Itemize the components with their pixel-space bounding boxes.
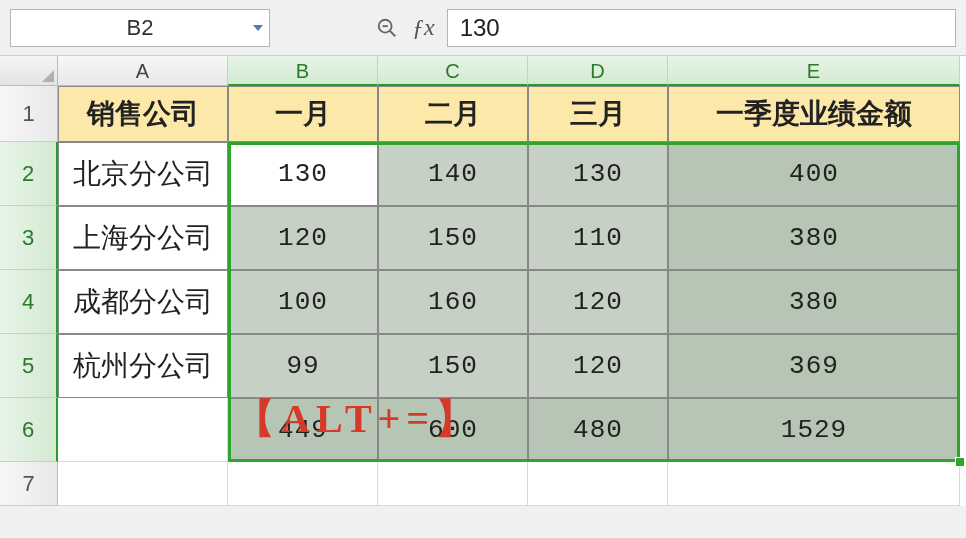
cell-E1[interactable]: 一季度业绩金额 [668, 86, 960, 142]
cell-B7[interactable] [228, 462, 378, 506]
cell-B3[interactable]: 120 [228, 206, 378, 270]
svg-line-1 [390, 30, 396, 36]
cell-C5[interactable]: 150 [378, 334, 528, 398]
chevron-down-icon[interactable] [253, 25, 263, 31]
formula-input[interactable]: 130 [447, 9, 956, 47]
cell-E2[interactable]: 400 [668, 142, 960, 206]
cell-D6[interactable]: 480 [528, 398, 668, 462]
cell-E7[interactable] [668, 462, 960, 506]
row-header-5[interactable]: 5 [0, 334, 58, 398]
cell-D5[interactable]: 120 [528, 334, 668, 398]
col-header-C[interactable]: C [378, 56, 528, 86]
cell-reference: B2 [127, 15, 154, 41]
cell-C2[interactable]: 140 [378, 142, 528, 206]
cell-C4[interactable]: 160 [378, 270, 528, 334]
cell-A3[interactable]: 上海分公司 [58, 206, 228, 270]
row-header-2[interactable]: 2 [0, 142, 58, 206]
row-header-1[interactable]: 1 [0, 86, 58, 142]
cell-E6[interactable]: 1529 [668, 398, 960, 462]
col-header-B[interactable]: B [228, 56, 378, 86]
cell-B1[interactable]: 一月 [228, 86, 378, 142]
cell-E5[interactable]: 369 [668, 334, 960, 398]
cell-C7[interactable] [378, 462, 528, 506]
row-header-7[interactable]: 7 [0, 462, 58, 506]
cell-A4[interactable]: 成都分公司 [58, 270, 228, 334]
cell-D2[interactable]: 130 [528, 142, 668, 206]
cell-A1[interactable]: 销售公司 [58, 86, 228, 142]
name-box[interactable]: B2 [10, 9, 270, 47]
cell-D4[interactable]: 120 [528, 270, 668, 334]
row-header-3[interactable]: 3 [0, 206, 58, 270]
fx-icon[interactable]: ƒx [412, 14, 435, 41]
formula-value: 130 [460, 14, 500, 42]
formula-bar: B2 ƒx 130 [0, 0, 966, 56]
cell-B5[interactable]: 99 [228, 334, 378, 398]
cell-C1[interactable]: 二月 [378, 86, 528, 142]
fill-handle[interactable] [955, 457, 965, 467]
cell-E4[interactable]: 380 [668, 270, 960, 334]
col-header-D[interactable]: D [528, 56, 668, 86]
cell-A6[interactable] [58, 398, 228, 462]
cell-A5[interactable]: 杭州分公司 [58, 334, 228, 398]
cell-C3[interactable]: 150 [378, 206, 528, 270]
spreadsheet: A B C D E 1 销售公司 一月 二月 三月 一季度业绩金额 2 北京分公… [0, 56, 966, 506]
cell-E3[interactable]: 380 [668, 206, 960, 270]
cell-B4[interactable]: 100 [228, 270, 378, 334]
cell-A2[interactable]: 北京分公司 [58, 142, 228, 206]
col-header-A[interactable]: A [58, 56, 228, 86]
row-header-4[interactable]: 4 [0, 270, 58, 334]
col-header-E[interactable]: E [668, 56, 960, 86]
cell-B6[interactable]: 449 [228, 398, 378, 462]
cell-B2[interactable]: 130 [228, 142, 378, 206]
cell-C6[interactable]: 600 [378, 398, 528, 462]
cell-A7[interactable] [58, 462, 228, 506]
select-all-corner[interactable] [0, 56, 58, 86]
cell-D1[interactable]: 三月 [528, 86, 668, 142]
cell-D3[interactable]: 110 [528, 206, 668, 270]
cell-D7[interactable] [528, 462, 668, 506]
row-header-6[interactable]: 6 [0, 398, 58, 462]
zoom-icon[interactable] [372, 13, 402, 43]
